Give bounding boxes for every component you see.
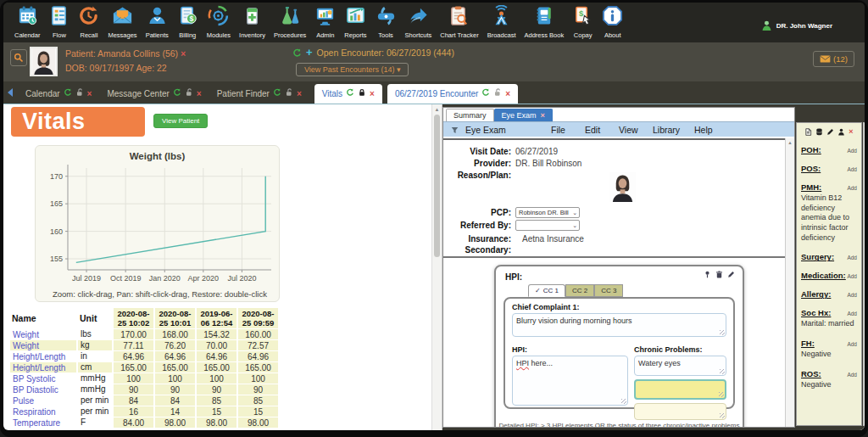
toolbar-item-broadcast[interactable]: Broadcast <box>483 5 520 39</box>
vital-name-link[interactable]: Weight <box>10 329 76 339</box>
toolbar-item-chart-tracker[interactable]: Chart Tracker <box>436 5 482 39</box>
patient-search-button[interactable] <box>10 49 27 66</box>
refresh-icon[interactable] <box>346 88 354 98</box>
view-past-encounters-button[interactable]: View Past Encounters (14) ▾ <box>296 63 409 76</box>
close-tab-icon[interactable]: × <box>197 89 202 98</box>
add-link[interactable]: Add <box>847 255 857 261</box>
chronic-problem-textarea-1[interactable]: Watery eyes <box>634 356 726 376</box>
toolbar-item-admin[interactable]: Admin <box>310 5 340 39</box>
close-panel-icon[interactable]: × <box>849 128 853 136</box>
toolbar-item-billing[interactable]: $Billing <box>173 5 203 39</box>
refresh-icon[interactable] <box>64 88 72 98</box>
pencil-icon[interactable] <box>727 271 735 278</box>
tab-vitals[interactable]: Vitals× <box>314 84 382 104</box>
refresh-icon[interactable] <box>173 88 181 98</box>
tab-calendar[interactable]: Calendar× <box>18 84 99 104</box>
vital-name-link[interactable]: BP Diastolic <box>10 384 76 395</box>
add-link[interactable]: Add <box>847 292 857 298</box>
document-icon[interactable] <box>804 128 812 136</box>
side-panel-scrollbar[interactable]: ▲ <box>863 122 865 426</box>
menu-library[interactable]: Library <box>653 125 680 135</box>
messages-badge-button[interactable]: (12) <box>813 51 854 67</box>
vital-name-link[interactable]: Pulse <box>10 395 76 406</box>
collapse-tabs-icon[interactable] <box>8 88 13 97</box>
chronic-problem-textarea-2[interactable] <box>634 379 726 400</box>
add-link[interactable]: Add <box>847 273 857 279</box>
close-tab-icon[interactable]: × <box>370 89 375 98</box>
toolbar-item-procedures[interactable]: Procedures <box>270 5 310 39</box>
menu-help[interactable]: Help <box>694 125 713 135</box>
menu-edit[interactable]: Edit <box>585 125 600 135</box>
scroll-up-icon[interactable]: ▲ <box>786 138 794 145</box>
add-link[interactable]: Add <box>847 311 857 317</box>
toolbar-item-address-book[interactable]: Address Book <box>520 5 568 39</box>
vital-name-link[interactable]: Weight <box>10 340 76 350</box>
tab-patient-finder[interactable]: Patient Finder× <box>209 84 309 104</box>
vital-name-link[interactable]: Height/Length <box>10 351 76 361</box>
close-patient-icon[interactable]: × <box>181 48 186 59</box>
add-link[interactable]: Add <box>847 372 857 378</box>
vital-name-link[interactable]: Temperature <box>10 417 76 428</box>
toolbar-item-copay[interactable]: $Copay <box>568 5 598 39</box>
person-icon[interactable] <box>837 128 845 136</box>
refresh-encounter-icon[interactable] <box>292 48 302 58</box>
toolbar-item-messages[interactable]: Messages <box>103 5 141 39</box>
current-user[interactable]: DR. John Wagner <box>761 20 858 31</box>
cc-tab-cc-3[interactable]: CC 3 <box>594 284 623 297</box>
cc1-textarea[interactable]: Blurry vision during morning hours <box>512 313 726 337</box>
add-link[interactable]: Add <box>847 166 857 172</box>
unlock-icon[interactable] <box>285 88 293 98</box>
toolbar-item-flow[interactable]: Flow <box>44 5 74 39</box>
refresh-icon[interactable] <box>273 88 281 98</box>
unlock-icon[interactable] <box>185 88 193 98</box>
left-panel-scrollbar[interactable]: ▲ <box>431 104 442 430</box>
unlock-icon[interactable] <box>493 88 502 98</box>
trash-icon[interactable] <box>715 271 723 278</box>
encounter-tab-summary[interactable]: Summary <box>446 109 494 121</box>
close-tab-icon[interactable]: × <box>87 89 92 98</box>
pencil-icon[interactable] <box>826 128 834 136</box>
cc-tab-cc-2[interactable]: CC 2 <box>565 284 594 297</box>
chronic-problem-textarea-3[interactable] <box>634 403 726 420</box>
cc-tab-cc-1[interactable]: ✓CC 1 <box>528 284 565 297</box>
view-patient-button[interactable]: View Patient <box>153 114 208 128</box>
add-encounter-icon[interactable]: + <box>306 48 313 57</box>
lock-icon[interactable] <box>358 88 366 98</box>
tab-message-center[interactable]: Message Center× <box>99 84 209 104</box>
hpi-textarea[interactable]: HPI here... <box>512 356 628 406</box>
column-header: Name <box>10 308 76 328</box>
database-icon[interactable] <box>815 128 823 136</box>
encounter-scrollbar[interactable]: ▲ <box>785 138 794 427</box>
menu-view[interactable]: View <box>619 125 638 135</box>
toolbar-item-reports[interactable]: Reports <box>340 5 370 39</box>
refresh-icon[interactable] <box>481 88 490 98</box>
toolbar-item-modules[interactable]: Modules <box>203 5 235 39</box>
pin-icon[interactable] <box>704 271 711 278</box>
scroll-up-icon[interactable]: ▲ <box>432 104 442 112</box>
unlock-icon[interactable] <box>75 88 84 98</box>
tab-06-27-2019-encounter[interactable]: 06/27/2019 Encounter× <box>387 84 518 104</box>
close-tab-icon[interactable]: × <box>297 89 302 98</box>
toolbar-item-about[interactable]: About <box>598 5 627 39</box>
toolbar-item-calendar[interactable]: Calendar <box>10 5 44 39</box>
vital-name-link[interactable]: Respiration <box>10 406 76 417</box>
add-link[interactable]: Add <box>847 341 857 347</box>
menu-file[interactable]: File <box>551 125 565 135</box>
toolbar-item-shortcuts[interactable]: Shortcuts <box>401 5 437 39</box>
vital-name-link[interactable]: BP Systolic <box>10 373 76 384</box>
weight-line-chart[interactable]: 155160165170Jul 2019Oct 2019Jan 2020Apr … <box>36 161 279 285</box>
pcp-select[interactable]: Robinson DR. Bill⌄ <box>515 207 580 218</box>
toolbar-item-inventory[interactable]: Inventory <box>235 5 270 39</box>
close-tab-icon[interactable]: × <box>505 89 510 98</box>
add-link[interactable]: Add <box>847 148 857 154</box>
add-link[interactable]: Add <box>847 185 857 191</box>
scroll-up-icon[interactable]: ▲ <box>864 123 865 128</box>
referred-by-select[interactable]: ⌄ <box>515 220 580 231</box>
toolbar-item-patients[interactable]: Patients <box>142 5 173 39</box>
scrollbar-thumb[interactable] <box>434 115 440 257</box>
vital-name-link[interactable]: Height/Length <box>10 362 76 373</box>
encounter-tab-eye-exam[interactable]: Eye Exam× <box>494 109 553 121</box>
close-tab-icon[interactable]: × <box>541 111 545 120</box>
toolbar-item-recall[interactable]: Recall <box>74 5 103 39</box>
toolbar-item-tools[interactable]: Tools <box>371 5 401 39</box>
